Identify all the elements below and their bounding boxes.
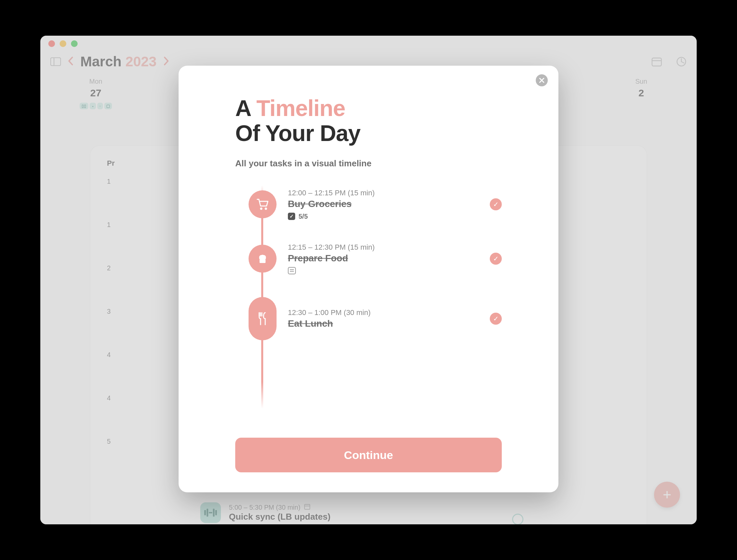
timeline-item-time: 12:30 – 1:00 PM (30 min): [288, 308, 483, 317]
timeline-item-meta: ✓5/5: [288, 213, 483, 220]
modal-subtitle: All your tasks in a visual timeline: [235, 158, 502, 169]
note-icon: [288, 267, 296, 274]
timeline-item-time: 12:15 – 12:30 PM (15 min): [288, 243, 483, 252]
timeline-item-title: Eat Lunch: [288, 318, 483, 329]
checklist-icon: ✓: [288, 213, 295, 220]
continue-button[interactable]: Continue: [235, 438, 502, 472]
timeline-item-title: Prepare Food: [288, 253, 483, 264]
chef-icon: [249, 245, 277, 273]
timeline-item: 12:15 – 12:30 PM (15 min)Prepare Food✓: [249, 243, 502, 274]
timeline-item: 12:00 – 12:15 PM (15 min)Buy Groceries✓5…: [249, 189, 502, 220]
cart-icon: [249, 190, 277, 218]
timeline-item-title: Buy Groceries: [288, 199, 483, 209]
utensils-icon: [249, 297, 277, 340]
onboarding-modal: A Timeline Of Your Day All your tasks in…: [179, 66, 558, 492]
done-check-icon: ✓: [490, 253, 502, 265]
modal-backdrop[interactable]: A Timeline Of Your Day All your tasks in…: [40, 36, 697, 524]
svg-rect-16: [260, 259, 266, 263]
done-check-icon: ✓: [490, 313, 502, 325]
timeline-item-meta: [288, 267, 483, 274]
done-check-icon: ✓: [490, 198, 502, 210]
svg-point-15: [265, 208, 267, 210]
modal-headline: A Timeline Of Your Day: [235, 96, 502, 146]
timeline-item-time: 12:00 – 12:15 PM (15 min): [288, 189, 483, 197]
svg-point-14: [260, 208, 263, 210]
close-modal-button[interactable]: [536, 74, 548, 86]
app-window: March 2023 Mon27▯▯⬩◦▢Tue28✓▢Wed1Thu2Fri3…: [40, 36, 697, 524]
timeline-illustration: 12:00 – 12:15 PM (15 min)Buy Groceries✓5…: [235, 189, 502, 389]
timeline-item: 12:30 – 1:00 PM (30 min)Eat Lunch✓: [249, 297, 502, 340]
